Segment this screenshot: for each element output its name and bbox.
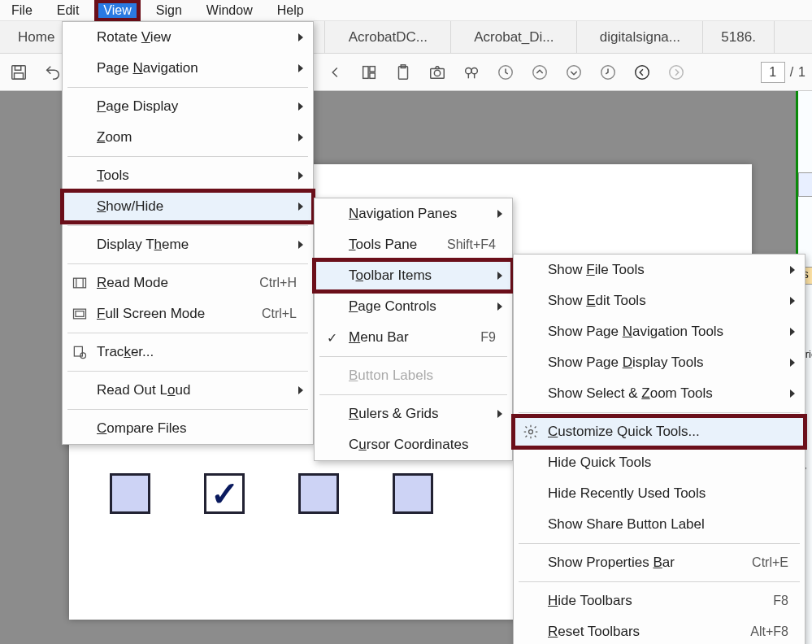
svg-rect-5 bbox=[370, 72, 375, 77]
prev-icon[interactable] bbox=[323, 60, 347, 85]
menuitem-show-share-label[interactable]: Show Share Button Label bbox=[514, 509, 805, 540]
menuitem-toolbar-items[interactable]: Toolbar Items bbox=[315, 260, 512, 291]
check-icon: ✓ bbox=[327, 330, 337, 346]
menuitem-button-labels: Button Labels bbox=[315, 360, 512, 391]
menuitem-navigation-panes[interactable]: Navigation Panes bbox=[315, 198, 512, 229]
menuitem-compare-files[interactable]: Compare Files bbox=[63, 413, 313, 444]
gear-icon bbox=[522, 423, 540, 441]
rotate-cw-icon[interactable] bbox=[493, 60, 518, 85]
forward-icon[interactable] bbox=[664, 60, 688, 85]
checkbox-row bbox=[110, 473, 433, 514]
tab-file-5[interactable]: 5186. bbox=[703, 21, 775, 53]
menuitem-cursor-coordinates[interactable]: Cursor Coordinates bbox=[315, 429, 512, 460]
menuitem-show-page-disp-tools[interactable]: Show Page Display Tools bbox=[514, 347, 805, 378]
menuitem-page-navigation[interactable]: Page Navigation bbox=[63, 53, 313, 84]
tab-file-2[interactable]: AcrobatDC... bbox=[325, 21, 451, 53]
menuitem-hide-toolbars[interactable]: Hide ToolbarsF8 bbox=[514, 585, 805, 616]
snapshot-icon[interactable] bbox=[425, 60, 449, 85]
show-hide-submenu: Navigation Panes Tools PaneShift+F4 Tool… bbox=[314, 198, 513, 461]
svg-rect-4 bbox=[370, 66, 375, 71]
read-mode-icon bbox=[71, 274, 89, 292]
menuitem-show-file-tools[interactable]: Show File Tools bbox=[514, 255, 805, 285]
checkbox-3[interactable] bbox=[298, 473, 339, 514]
svg-point-25 bbox=[529, 430, 533, 434]
page-total-hint: 1 bbox=[798, 65, 805, 80]
menuitem-page-controls[interactable]: Page Controls bbox=[315, 291, 512, 322]
svg-point-24 bbox=[80, 353, 86, 359]
menu-file[interactable]: File bbox=[5, 2, 39, 20]
menubar: File Edit View Sign Window Help bbox=[0, 0, 812, 21]
up-icon[interactable] bbox=[528, 60, 552, 85]
svg-rect-1 bbox=[15, 65, 20, 70]
menuitem-display-theme[interactable]: Display Theme bbox=[63, 229, 313, 260]
menuitem-fullscreen[interactable]: Full Screen ModeCtrl+L bbox=[63, 298, 313, 329]
checkbox-4[interactable] bbox=[393, 473, 433, 514]
menuitem-zoom[interactable]: Zoom bbox=[63, 122, 313, 153]
menuitem-tools-pane[interactable]: Tools PaneShift+F4 bbox=[315, 229, 512, 260]
fullscreen-icon bbox=[71, 305, 89, 323]
tab-file-3[interactable]: Acrobat_Di... bbox=[451, 21, 577, 53]
menuitem-rulers-grids[interactable]: Rulers & Grids bbox=[315, 398, 512, 429]
menu-view[interactable]: View bbox=[97, 2, 137, 20]
menuitem-rotate-view[interactable]: Rotate View bbox=[63, 22, 313, 53]
tab-file-4[interactable]: digitalsigna... bbox=[577, 21, 703, 53]
menuitem-tracker[interactable]: Tracker... bbox=[63, 337, 313, 368]
tracker-icon bbox=[71, 343, 89, 361]
back-icon[interactable] bbox=[630, 60, 654, 85]
menuitem-tools[interactable]: Tools bbox=[63, 160, 313, 191]
down-icon[interactable] bbox=[562, 60, 586, 85]
menuitem-page-display[interactable]: Page Display bbox=[63, 91, 313, 122]
page-current[interactable]: 1 bbox=[761, 62, 785, 83]
svg-rect-22 bbox=[76, 311, 84, 317]
svg-rect-2 bbox=[15, 72, 24, 78]
menuitem-show-zoom-tools[interactable]: Show Select & Zoom Tools bbox=[514, 378, 805, 409]
menuitem-show-properties-bar[interactable]: Show Properties BarCtrl+E bbox=[514, 547, 805, 578]
find-icon[interactable] bbox=[459, 60, 484, 85]
svg-rect-23 bbox=[74, 346, 82, 356]
menuitem-read-out-loud[interactable]: Read Out Loud bbox=[63, 375, 313, 406]
svg-point-16 bbox=[567, 65, 581, 79]
menuitem-show-page-nav-tools[interactable]: Show Page Navigation Tools bbox=[514, 316, 805, 347]
menuitem-hide-quick-tools[interactable]: Hide Quick Tools bbox=[514, 447, 805, 478]
menuitem-show-edit-tools[interactable]: Show Edit Tools bbox=[514, 285, 805, 316]
menu-help[interactable]: Help bbox=[271, 2, 310, 20]
menuitem-menu-bar[interactable]: ✓Menu BarF9 bbox=[315, 322, 512, 353]
checkbox-1[interactable] bbox=[110, 473, 150, 514]
layout-icon[interactable] bbox=[357, 60, 381, 85]
view-menu-dropdown: Rotate View Page Navigation Page Display… bbox=[62, 21, 314, 445]
page-indicator: 1 / 1 bbox=[761, 62, 805, 83]
menuitem-hide-recent-tools[interactable]: Hide Recently Used Tools bbox=[514, 478, 805, 509]
svg-point-15 bbox=[533, 65, 547, 79]
checkbox-2-checked[interactable] bbox=[204, 473, 245, 514]
svg-point-19 bbox=[670, 65, 684, 79]
menu-sign[interactable]: Sign bbox=[150, 2, 189, 20]
menu-window[interactable]: Window bbox=[200, 2, 259, 20]
menuitem-read-mode[interactable]: Read ModeCtrl+H bbox=[63, 268, 313, 298]
clipboard-icon[interactable] bbox=[391, 60, 415, 85]
svg-point-10 bbox=[466, 67, 471, 73]
menuitem-customize-quick-tools[interactable]: Customize Quick Tools... bbox=[514, 416, 805, 447]
save-icon[interactable] bbox=[7, 60, 31, 85]
svg-point-11 bbox=[471, 67, 477, 73]
menuitem-reset-toolbars[interactable]: Reset ToolbarsAlt+F8 bbox=[514, 616, 805, 644]
toolbar-items-submenu: Show File Tools Show Edit Tools Show Pag… bbox=[513, 254, 805, 644]
svg-rect-3 bbox=[363, 66, 368, 78]
menuitem-show-hide[interactable]: Show/Hide bbox=[63, 191, 313, 222]
svg-point-18 bbox=[636, 65, 649, 79]
menu-edit[interactable]: Edit bbox=[50, 2, 86, 20]
rotate-ccw-icon[interactable] bbox=[596, 60, 620, 85]
svg-rect-20 bbox=[74, 278, 86, 288]
svg-point-9 bbox=[434, 70, 440, 76]
